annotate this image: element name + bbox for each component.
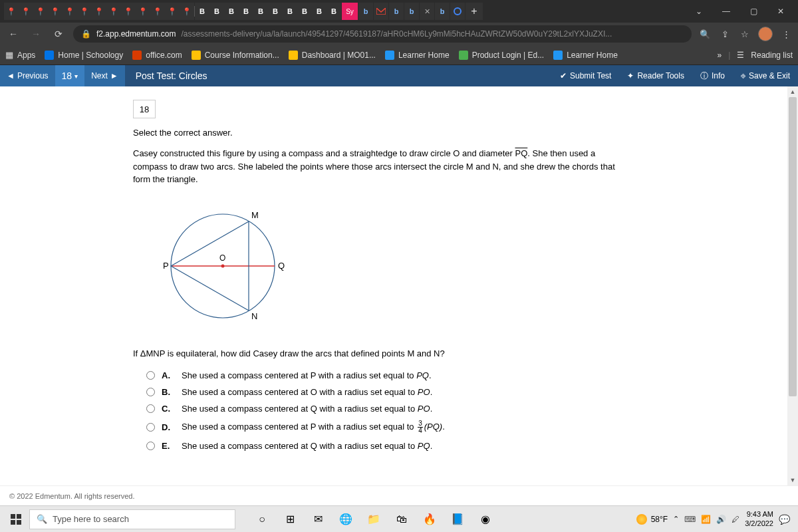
tab-gmail[interactable]	[374, 3, 388, 20]
reload-button[interactable]: ⟳	[51, 26, 66, 42]
previous-button[interactable]: ◄Previous	[0, 65, 55, 86]
next-button[interactable]: Next►	[84, 65, 125, 86]
tab-sy[interactable]: Sy	[342, 3, 358, 20]
scroll-up-icon[interactable]: ▲	[787, 86, 798, 97]
pinned-tab[interactable]: 📍	[19, 3, 33, 20]
answer-choice[interactable]: A.She used a compass centered at P with …	[146, 370, 665, 380]
menu-icon[interactable]: ⋮	[779, 29, 793, 39]
explorer-icon[interactable]: 📁	[360, 506, 387, 533]
tab-b-1[interactable]: b	[358, 3, 373, 20]
window-close[interactable]: ✕	[767, 0, 794, 23]
b-tab[interactable]: B	[224, 3, 239, 20]
wifi-icon[interactable]: 📶	[701, 515, 711, 524]
system-tray[interactable]: ⌨ 📶 🔊 🖊	[684, 515, 739, 524]
submit-test-button[interactable]: ✔Submit Test	[552, 65, 619, 86]
window-maximize[interactable]: ▢	[740, 0, 767, 23]
pinned-tab[interactable]: 📍	[33, 3, 48, 20]
pinned-tab[interactable]: 📍	[165, 3, 180, 20]
bookmark-item[interactable]: Dashboard | MO01...	[289, 51, 376, 60]
forward-button[interactable]: →	[28, 26, 44, 42]
info-button[interactable]: ⓘInfo	[692, 65, 733, 86]
back-button[interactable]: ←	[5, 26, 21, 42]
window-minimize[interactable]: —	[713, 0, 739, 23]
share-icon[interactable]: ⇪	[718, 29, 732, 39]
answer-choice[interactable]: C.She used a compass centered at Q with …	[146, 404, 665, 414]
search-icon[interactable]: 🔍	[698, 29, 712, 39]
tab-google[interactable]	[450, 3, 465, 20]
pinned-tab[interactable]: 📍	[136, 3, 150, 20]
b-tab[interactable]: B	[312, 3, 327, 20]
answer-choice[interactable]: B.She used a compass centered at O with …	[146, 387, 665, 397]
app-icon-2[interactable]: 📘	[444, 506, 471, 533]
save-exit-button[interactable]: ⎆Save & Exit	[733, 65, 798, 86]
tab-close[interactable]: ✕	[420, 3, 434, 20]
app-icon-1[interactable]: 🔥	[416, 506, 443, 533]
tab-b-4[interactable]: b	[435, 3, 450, 20]
lang-icon[interactable]: 🖊	[732, 515, 739, 524]
volume-icon[interactable]: 🔊	[716, 515, 726, 524]
b-tab[interactable]: B	[268, 3, 283, 20]
b-tab[interactable]: B	[253, 3, 268, 20]
tab-b-2[interactable]: b	[389, 3, 404, 20]
mail-icon[interactable]: ✉	[305, 506, 331, 533]
bookmark-item[interactable]: office.com	[132, 51, 182, 60]
pinned-tab[interactable]: 📍	[92, 3, 106, 20]
scroll-down-icon[interactable]: ▼	[787, 475, 798, 485]
pinned-tab[interactable]: 📍	[121, 3, 136, 20]
pinned-tab[interactable]: 📍	[77, 3, 92, 20]
address-bar[interactable]: 🔒 f2.app.edmentum.com/assessments-delive…	[73, 25, 692, 43]
edge-icon[interactable]: 🌐	[332, 506, 359, 533]
chevron-up-icon[interactable]: ⌃	[673, 515, 679, 523]
bookmark-item[interactable]: Home | Schoology	[45, 51, 123, 60]
favicon-icon	[192, 51, 201, 60]
svg-rect-14	[11, 520, 15, 525]
b-tab[interactable]: B	[283, 3, 297, 20]
taskbar-search[interactable]: 🔍 Type here to search	[29, 509, 235, 529]
notifications-icon[interactable]: 💬	[779, 514, 790, 525]
pinned-tab[interactable]: 📍	[48, 3, 63, 20]
radio-input[interactable]	[146, 371, 155, 380]
bookmark-star-icon[interactable]: ☆	[738, 29, 751, 39]
b-tab[interactable]: B	[327, 3, 341, 20]
tab-b-3[interactable]: b	[404, 3, 419, 20]
bookmark-item[interactable]: Product Login | Ed...	[459, 51, 545, 60]
answer-choice[interactable]: E.She used a compass centered at Q with …	[146, 441, 665, 451]
store-icon[interactable]: 🛍	[388, 506, 415, 533]
chevron-down-icon[interactable]: ⌄	[686, 0, 712, 23]
reading-list-icon: ☰	[737, 51, 744, 60]
scrollbar[interactable]: ▲ ▼	[787, 86, 798, 485]
question-selector[interactable]: 18▾	[55, 65, 85, 86]
bookmark-item[interactable]: Learner Home	[385, 51, 450, 60]
task-view-icon[interactable]: ⊞	[277, 506, 303, 533]
bookmarks-overflow[interactable]: »	[717, 51, 722, 60]
radio-input[interactable]	[146, 423, 155, 432]
bookmark-item[interactable]: Course Information...	[192, 51, 279, 60]
cortana-icon[interactable]: ○	[249, 506, 275, 533]
keyboard-icon[interactable]: ⌨	[684, 515, 696, 524]
clock[interactable]: 9:43 AM 3/2/2022	[745, 510, 773, 527]
pinned-tab[interactable]: 📍	[150, 3, 165, 20]
radio-input[interactable]	[146, 388, 155, 396]
pinned-tab[interactable]: 📍	[63, 3, 77, 20]
scroll-thumb[interactable]	[789, 97, 797, 396]
radio-input[interactable]	[146, 404, 155, 413]
reading-list-button[interactable]: Reading list	[751, 51, 793, 60]
pinned-tab[interactable]: 📍	[106, 3, 121, 20]
radio-input[interactable]	[146, 442, 155, 450]
profile-avatar[interactable]	[758, 27, 773, 41]
reader-tools-button[interactable]: ✦Reader Tools	[619, 65, 692, 86]
bookmark-item[interactable]: Learner Home	[553, 51, 618, 60]
b-tab[interactable]: B	[297, 3, 312, 20]
weather-widget[interactable]: 58°F	[636, 514, 668, 525]
chrome-icon[interactable]: ◉	[472, 506, 499, 533]
b-tab[interactable]: B	[195, 3, 209, 20]
pinned-tab[interactable]: 📍	[180, 3, 194, 20]
pinned-tab[interactable]: 📍	[4, 3, 19, 20]
b-tab[interactable]: B	[209, 3, 224, 20]
apps-button[interactable]: ▦Apps	[5, 50, 35, 60]
new-tab-button[interactable]: +	[466, 3, 483, 20]
start-button[interactable]	[3, 506, 29, 533]
answer-choice[interactable]: D.She used a compass centered at P with …	[146, 420, 665, 434]
question-instruction: Select the correct answer.	[133, 128, 665, 138]
b-tab[interactable]: B	[239, 3, 253, 20]
